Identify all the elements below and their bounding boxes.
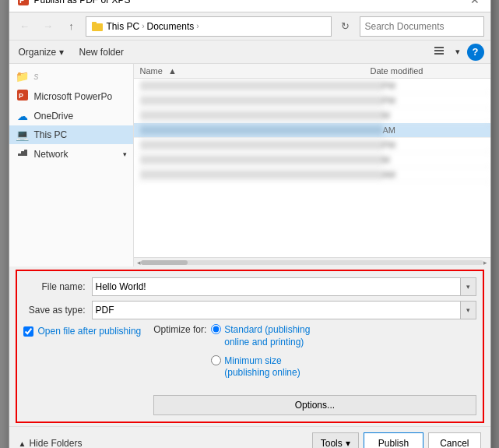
close-button[interactable]: ✕: [467, 0, 483, 8]
forward-button[interactable]: →: [39, 17, 58, 36]
col-date-header[interactable]: Date modified: [371, 66, 472, 76]
file-date-cell: PM: [383, 96, 484, 105]
scrollbar-track: [141, 260, 483, 265]
file-name-row: File name: ▾: [23, 277, 476, 296]
file-name-combo[interactable]: ▾: [92, 277, 476, 296]
radio-standard-item: Standard (publishingonline and printing): [211, 324, 310, 348]
view-details-button[interactable]: ▾: [452, 44, 464, 59]
sidebar-ppt-label: Microsoft PowerPo: [34, 91, 113, 102]
sort-arrow: ▲: [168, 66, 177, 76]
ppt-icon: P: [17, 0, 30, 6]
sidebar-network-chevron: ▾: [123, 150, 127, 158]
table-row[interactable]: AM: [134, 123, 490, 138]
file-name-cell: [140, 140, 383, 150]
scroll-right[interactable]: ▸: [483, 259, 487, 266]
sidebar-onedrive-label: OneDrive: [34, 111, 74, 122]
radio-standard[interactable]: [211, 324, 221, 334]
radio-minimum[interactable]: [211, 355, 221, 365]
cancel-button[interactable]: Cancel: [428, 432, 480, 448]
sidebar-item-thispc[interactable]: 💻 This PC: [9, 125, 133, 144]
file-date-cell: AM: [383, 125, 484, 135]
breadcrumb-thispc: This PC: [107, 21, 140, 32]
open-file-check-area: Open file after publishing: [23, 324, 142, 337]
sidebar-thispc-label: This PC: [34, 129, 68, 140]
breadcrumb-sep1: ›: [142, 22, 144, 30]
bottom-right: Tools ▾ Publish Cancel: [312, 432, 481, 448]
search-input[interactable]: [365, 21, 482, 32]
radio-minimum-item: Minimum size(publishing online): [211, 355, 310, 379]
back-button[interactable]: ←: [16, 17, 34, 36]
table-row[interactable]: PM: [134, 93, 490, 108]
sidebar-item-folder[interactable]: 📁 s: [9, 67, 133, 86]
open-file-label[interactable]: Open file after publishing: [38, 326, 142, 337]
view-list-button[interactable]: [430, 43, 448, 61]
list-view-icon: [434, 45, 445, 56]
table-row[interactable]: M: [134, 108, 490, 123]
options-area: File name: ▾ Save as type: ▾ Open file a…: [16, 270, 484, 422]
network-svg-icon: [17, 147, 28, 158]
scroll-left[interactable]: ◂: [137, 259, 141, 266]
folder-icon: 📁: [16, 70, 30, 83]
organize-button[interactable]: Organize ▾: [16, 45, 67, 59]
file-date-cell: AM: [383, 170, 484, 179]
sidebar-item-network[interactable]: Network ▾: [9, 144, 133, 164]
radio-standard-label[interactable]: Standard (publishingonline and printing): [224, 324, 310, 348]
radio-minimum-label[interactable]: Minimum size(publishing online): [224, 355, 300, 379]
save-as-dropdown-btn[interactable]: ▾: [461, 301, 476, 319]
horizontal-scrollbar[interactable]: ◂ ▸: [134, 257, 490, 266]
svg-rect-11: [18, 153, 21, 156]
svg-text:P: P: [19, 92, 23, 100]
address-bar[interactable]: This PC › Documents ›: [86, 16, 332, 37]
table-row[interactable]: PM: [134, 138, 490, 153]
file-list-container: Name ▲ Date modified PM PM M: [134, 64, 490, 266]
table-row[interactable]: M: [134, 153, 490, 168]
refresh-button[interactable]: ↻: [336, 17, 355, 36]
table-row[interactable]: PM: [134, 79, 490, 93]
help-button[interactable]: ?: [467, 44, 484, 61]
file-date-cell: M: [383, 111, 484, 120]
hide-folders-btn[interactable]: ▲ Hide Folders: [19, 438, 83, 448]
radio-standard-row: Optimize for: Standard (publishingonline…: [153, 324, 476, 382]
sidebar-item-ppt[interactable]: P Microsoft PowerPo: [9, 86, 133, 107]
col-name-header[interactable]: Name ▲: [140, 66, 371, 76]
sidebar-network-label: Network: [34, 149, 69, 160]
onedrive-icon: ☁: [16, 110, 30, 122]
nav-toolbar: ← → ↑ This PC › Documents › ↻: [9, 12, 490, 41]
open-file-checkbox[interactable]: [23, 326, 33, 337]
file-name-input[interactable]: [92, 277, 461, 296]
breadcrumb-documents: Documents: [147, 21, 195, 32]
publish-button[interactable]: Publish: [364, 432, 423, 448]
svg-rect-13: [24, 150, 27, 156]
network-icon: [16, 147, 30, 161]
sidebar: 📁 s P Microsoft PowerPo ☁ OneDrive 💻 Thi…: [9, 64, 134, 266]
save-as-input[interactable]: [92, 301, 461, 319]
action-bar: Organize ▾ New folder ▾ ?: [9, 41, 490, 64]
file-date-cell: PM: [383, 140, 484, 150]
file-date-cell: PM: [383, 81, 484, 90]
bottom-bar: ▲ Hide Folders Tools ▾ Publish Cancel: [9, 426, 490, 448]
svg-rect-8: [434, 53, 444, 55]
optimize-area: Optimize for: Standard (publishingonline…: [153, 324, 476, 414]
sidebar-folder-label: s: [34, 71, 39, 82]
file-name-dropdown-btn[interactable]: ▾: [461, 277, 476, 296]
svg-text:P: P: [19, 0, 25, 5]
save-as-combo[interactable]: ▾: [92, 301, 476, 319]
save-as-row: Save as type: ▾: [23, 301, 476, 319]
sidebar-item-onedrive[interactable]: ☁ OneDrive: [9, 107, 133, 125]
col-name-label: Name: [140, 66, 163, 76]
file-date-cell: M: [383, 155, 484, 164]
options-button[interactable]: Options...: [153, 395, 476, 415]
breadcrumb-sep2: ›: [196, 22, 199, 30]
tools-button[interactable]: Tools ▾: [312, 432, 359, 448]
main-area: 📁 s P Microsoft PowerPo ☁ OneDrive 💻 Thi…: [9, 64, 490, 266]
file-list-scroll[interactable]: PM PM M AM PM: [134, 79, 490, 257]
up-button[interactable]: ↑: [62, 17, 81, 36]
svg-rect-3: [92, 22, 97, 25]
scrollbar-thumb[interactable]: [141, 260, 188, 265]
table-row[interactable]: AM: [134, 168, 490, 182]
title-bar: P Publish as PDF or XPS ✕: [9, 0, 490, 12]
folder-icon: [91, 20, 104, 33]
new-folder-button[interactable]: New folder: [76, 45, 127, 59]
file-name-cell: [140, 96, 383, 105]
thispc-icon: 💻: [16, 129, 30, 141]
